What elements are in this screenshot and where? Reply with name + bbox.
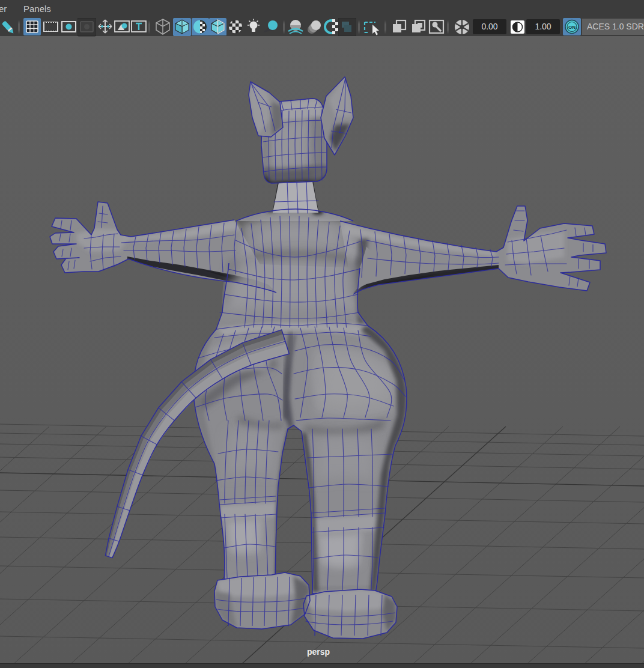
svg-text:persp: persp <box>307 647 330 657</box>
svg-text:ON: ON <box>568 25 576 30</box>
